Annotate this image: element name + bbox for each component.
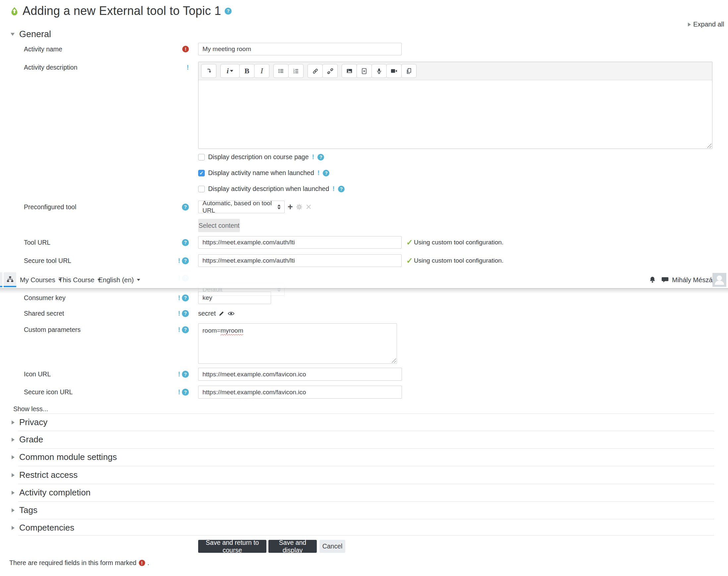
required-fields-note: There are required fields in this form m…: [9, 559, 149, 567]
required-icon: !: [139, 560, 145, 566]
page-title: Adding a new External tool to Topic 1: [23, 4, 221, 18]
tool-url-input[interactable]: [198, 236, 402, 249]
secure-tool-url-label: Secure tool URL: [24, 254, 140, 267]
select-caret-icon: [277, 205, 281, 209]
record-audio-icon[interactable]: [371, 64, 387, 78]
activity-description-label: Activity description: [24, 63, 140, 71]
nav-toggle-button[interactable]: [4, 272, 16, 287]
chevron-right-icon: [11, 508, 14, 512]
help-icon[interactable]: ?: [182, 204, 189, 210]
nav-language[interactable]: English (en): [98, 271, 140, 288]
nav-item-label: My Courses: [20, 276, 55, 284]
help-icon[interactable]: ?: [182, 310, 189, 317]
eye-icon[interactable]: [228, 311, 235, 316]
section-grade[interactable]: Grade: [11, 434, 43, 445]
custom-parameters-misspelled: myroom: [220, 327, 243, 334]
cancel-button[interactable]: Cancel: [320, 540, 345, 553]
required-note-suffix: .: [148, 559, 149, 567]
advanced-marker-icon: !: [317, 169, 320, 177]
section-privacy[interactable]: Privacy: [11, 417, 48, 427]
ordered-list-icon[interactable]: 123: [288, 64, 304, 78]
display-description-row: Display description on course page ! ?: [198, 153, 324, 161]
status-text: Using custom tool configuration.: [414, 257, 503, 264]
unlink-icon[interactable]: [323, 64, 338, 78]
secure-icon-url-label: Secure icon URL: [24, 386, 140, 399]
activity-name-label: Activity name: [24, 43, 140, 55]
x-icon: ✕: [305, 203, 312, 211]
divider: [18, 413, 714, 414]
icon-url-label: Icon URL: [24, 368, 140, 381]
shared-secret-value: secret: [198, 310, 216, 317]
unordered-list-icon[interactable]: [273, 64, 289, 78]
section-tags[interactable]: Tags: [11, 505, 37, 515]
secure-icon-url-input[interactable]: [198, 386, 402, 399]
expand-all-link[interactable]: Expand all: [688, 21, 724, 28]
icon-url-input[interactable]: [198, 368, 402, 381]
tool-action-icons: + ✕: [287, 201, 312, 213]
shared-secret-value-row: secret: [198, 308, 235, 318]
help-icon[interactable]: ?: [182, 388, 189, 396]
help-icon[interactable]: ?: [323, 170, 329, 176]
section-activity-completion[interactable]: Activity completion: [11, 487, 90, 498]
bell-icon[interactable]: [649, 276, 656, 284]
help-icon[interactable]: ?: [182, 257, 189, 264]
advanced-marker-icon: !: [312, 153, 314, 161]
required-note-text: There are required fields in this form m…: [9, 559, 136, 567]
help-icon[interactable]: ?: [182, 371, 189, 378]
tool-url-label: Tool URL: [24, 236, 140, 249]
section-general-header[interactable]: General: [10, 29, 51, 39]
chevron-right-icon: [11, 491, 14, 495]
section-common-module-settings[interactable]: Common module settings: [11, 452, 117, 462]
section-competencies[interactable]: Competencies: [11, 523, 74, 533]
italic-icon[interactable]: I: [254, 64, 269, 78]
pencil-icon[interactable]: [219, 310, 225, 316]
editor-content-area[interactable]: [199, 80, 712, 149]
collapse-toolbar-icon[interactable]: [201, 64, 216, 78]
plus-icon[interactable]: +: [287, 203, 293, 211]
bold-icon[interactable]: B: [239, 64, 254, 78]
nav-item-label: English (en): [98, 276, 134, 284]
secure-tool-url-input[interactable]: [198, 254, 402, 267]
divider: [18, 519, 714, 519]
record-video-icon[interactable]: [386, 64, 402, 78]
custom-parameters-textarea[interactable]: room=myroom: [198, 323, 397, 364]
display-description-checkbox[interactable]: [198, 154, 205, 161]
resize-handle[interactable]: [391, 358, 396, 363]
save-display-button[interactable]: Save and display: [268, 540, 317, 553]
display-activity-name-checkbox[interactable]: [198, 170, 205, 176]
preconfigured-tool-label: Preconfigured tool: [24, 201, 140, 213]
help-icon[interactable]: ?: [225, 8, 232, 15]
paragraph-styles-icon[interactable]: i: [220, 64, 240, 78]
checkbox-label: Display activity name when launched: [208, 169, 314, 177]
avatar[interactable]: [712, 273, 726, 287]
checkbox-label: Display description on course page: [208, 153, 309, 161]
display-name-row: Display activity name when launched ! ?: [198, 169, 329, 177]
help-icon[interactable]: ?: [182, 239, 189, 246]
divider: [18, 466, 714, 466]
nav-this-course[interactable]: This Course: [59, 271, 101, 288]
display-activity-description-checkbox[interactable]: [198, 186, 205, 192]
help-icon[interactable]: ?: [182, 294, 189, 301]
checkbox-label: Display activity description when launch…: [208, 185, 329, 193]
show-less-link[interactable]: Show less...: [13, 405, 48, 413]
save-return-button[interactable]: Save and return to course: [198, 540, 266, 553]
preconfigured-tool-select[interactable]: Automatic, based on tool URL: [198, 201, 285, 213]
nav-my-courses[interactable]: My Courses: [20, 271, 62, 288]
select-content-button[interactable]: Select content: [198, 219, 240, 232]
shared-secret-label: Shared secret: [24, 308, 140, 318]
insert-media-icon[interactable]: [357, 64, 372, 78]
manage-files-icon[interactable]: [401, 64, 417, 78]
required-icon: !: [182, 46, 189, 52]
chevron-right-icon: [11, 438, 14, 442]
section-restrict-access[interactable]: Restrict access: [11, 470, 78, 480]
chat-icon[interactable]: [661, 277, 669, 283]
help-icon[interactable]: ?: [317, 154, 324, 161]
nav-edge-tab[interactable]: [0, 272, 2, 287]
insert-image-icon[interactable]: [342, 64, 357, 78]
activity-name-input[interactable]: [198, 43, 402, 55]
help-icon[interactable]: ?: [338, 186, 344, 192]
help-icon[interactable]: ?: [182, 326, 189, 333]
resize-handle[interactable]: [707, 143, 711, 148]
link-icon[interactable]: [307, 64, 323, 78]
divider: [18, 448, 714, 449]
